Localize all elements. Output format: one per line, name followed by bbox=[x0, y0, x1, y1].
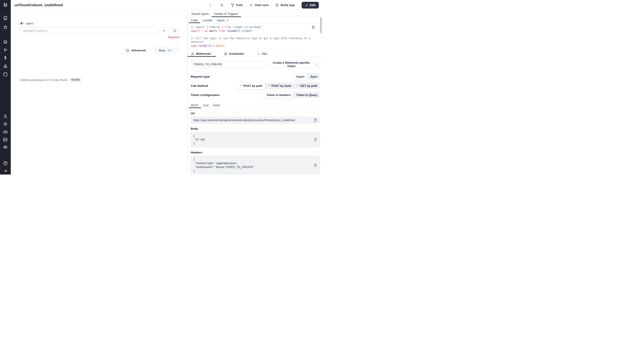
info-icon bbox=[226, 19, 229, 22]
tab-saved-inputs[interactable]: Saved inputs bbox=[189, 10, 212, 17]
url-section: Url https://app.windmill.dev/api/w/windm… bbox=[188, 112, 322, 124]
toggle-option-post-by-hash[interactable]: ↗POST by hash bbox=[265, 83, 294, 89]
call-method-label: Call method bbox=[191, 84, 208, 88]
add-resource-button[interactable] bbox=[159, 27, 168, 34]
variables-dollar-icon[interactable] bbox=[3, 55, 8, 60]
terminal-icon bbox=[257, 52, 260, 55]
arrow-up-right-icon: ↗ bbox=[240, 84, 242, 87]
more-menu-button[interactable] bbox=[208, 3, 213, 8]
call-method-toggle: ↗POST by path↗POST by hash↘GET by path bbox=[237, 83, 320, 89]
workspace-building-icon[interactable] bbox=[3, 16, 8, 21]
tab-schedules[interactable]: Schedules bbox=[221, 51, 249, 57]
tab-webhooks[interactable]: Webhooks bbox=[188, 51, 216, 57]
required-hint: Required bbox=[20, 36, 179, 39]
code-line bbox=[191, 33, 314, 37]
toggle-option-token-in-headers[interactable]: Token in Headers bbox=[264, 91, 294, 99]
subtab-lockfile[interactable]: Lockfile bbox=[200, 17, 214, 23]
layout-panels-icon bbox=[276, 3, 279, 7]
folders-icon[interactable] bbox=[3, 137, 8, 142]
token-configuration-label: Token configuration bbox=[191, 93, 220, 97]
version-hash-badge: f8d095 bbox=[69, 78, 82, 82]
code-line: import * as wmill from "windmill-client" bbox=[191, 29, 314, 33]
calendar-check-icon bbox=[224, 52, 228, 55]
settings-gear-icon[interactable] bbox=[3, 122, 8, 127]
tab-curl[interactable]: Curl bbox=[201, 102, 211, 108]
windmill-logo[interactable] bbox=[2, 2, 8, 8]
refresh-icon bbox=[173, 29, 176, 33]
edited-info: Edited yesterday at 17:14 by rfiszel bbox=[20, 78, 67, 82]
required-asterisk: * bbox=[23, 22, 24, 25]
tab-rest[interactable]: REST bbox=[189, 102, 201, 108]
workers-bot-icon[interactable] bbox=[3, 129, 8, 134]
arrow-down-right-icon: ↘ bbox=[296, 84, 299, 87]
page-title: u/rfiszel/robust_undefined bbox=[14, 3, 63, 8]
sidebar bbox=[0, 0, 11, 175]
panel-tabs: Saved inputs Details & Triggers bbox=[188, 10, 322, 17]
edit-button[interactable]: Edit bbox=[302, 2, 319, 9]
url-box: https://app.windmill.dev/api/w/windmill-… bbox=[191, 117, 320, 124]
tab-details-triggers[interactable]: Details & Triggers bbox=[212, 10, 241, 17]
headers-label: Headers bbox=[191, 151, 320, 154]
body-label: Body bbox=[191, 127, 320, 130]
schedules-calendar-icon[interactable] bbox=[3, 72, 8, 77]
plus-icon bbox=[162, 29, 166, 33]
home-icon[interactable] bbox=[3, 39, 8, 44]
argument-label: A * object bbox=[20, 22, 34, 25]
headers-section: Headers { "Content-Type": "application/j… bbox=[188, 151, 322, 175]
toggle-option-get-by-path[interactable]: ↘GET by path bbox=[294, 83, 320, 89]
topbar-actions: Fork View runs Build App Edit bbox=[208, 2, 319, 9]
user-icon[interactable] bbox=[3, 114, 8, 119]
code-subtabs: Code Lockfile Inputs bbox=[188, 17, 322, 23]
copy-url-button[interactable] bbox=[313, 118, 318, 122]
refresh-button[interactable] bbox=[170, 27, 179, 34]
advanced-button[interactable]: Advanced bbox=[126, 49, 146, 52]
resource-input[interactable] bbox=[20, 27, 157, 34]
view-runs-button[interactable]: View runs bbox=[250, 3, 269, 7]
build-app-button[interactable]: Build App bbox=[276, 3, 295, 7]
clipboard-icon bbox=[314, 138, 317, 141]
runs-play-icon[interactable] bbox=[3, 47, 8, 52]
code-line: // import { toWords } from "number-to-wo… bbox=[191, 25, 314, 29]
create-webhook-token-button[interactable]: Create a Webhook-specific Token bbox=[268, 61, 320, 68]
body-box: { "a": null } bbox=[191, 132, 320, 147]
token-configuration-toggle: Token in HeadersToken in Query bbox=[264, 92, 320, 98]
request-type-label: Request type bbox=[191, 75, 210, 78]
toggle-option-async[interactable]: Async bbox=[293, 73, 308, 80]
resources-cubes-icon[interactable] bbox=[3, 64, 8, 69]
copy-code-button[interactable] bbox=[311, 25, 315, 29]
copy-headers-button[interactable] bbox=[313, 163, 318, 168]
call-method-row: Call method ↗POST by path↗POST by hash↘G… bbox=[188, 83, 322, 89]
trigger-tabs: Webhooks Schedules CLI bbox=[188, 51, 322, 57]
details-panel: Saved inputs Details & Triggers Code Loc… bbox=[187, 10, 322, 175]
subtab-inputs[interactable]: Inputs bbox=[214, 17, 231, 23]
info-icon bbox=[315, 63, 318, 66]
run-button[interactable]: Run ⌘↵ bbox=[153, 47, 179, 54]
subtab-code[interactable]: Code bbox=[189, 17, 200, 23]
notifications-button[interactable] bbox=[219, 3, 224, 8]
headers-box: { "Content-Type": "application/json", "A… bbox=[191, 156, 320, 175]
git-fork-icon bbox=[231, 3, 234, 7]
panel-scrollbar-thumb[interactable] bbox=[320, 17, 322, 33]
toggle-option-sync[interactable]: Sync bbox=[308, 73, 320, 80]
sidebar-divider bbox=[0, 30, 11, 31]
audit-eye-icon[interactable] bbox=[3, 145, 8, 150]
code-line: // fill the type, or use the +Resource t… bbox=[191, 37, 314, 44]
help-circle-icon[interactable] bbox=[3, 161, 8, 166]
argument-name: A bbox=[20, 22, 22, 25]
script-run-form: A * object Required Advanced bbox=[11, 10, 188, 175]
expand-arrow-icon[interactable] bbox=[3, 168, 8, 173]
toggle-option-post-by-path[interactable]: ↗POST by path bbox=[237, 82, 265, 90]
tab-cli[interactable]: CLI bbox=[254, 51, 272, 57]
token-input[interactable] bbox=[191, 61, 265, 68]
body-json: { "a": null } bbox=[191, 132, 320, 147]
webhook-icon bbox=[191, 52, 194, 55]
toggle-option-token-in-query[interactable]: Token in Query bbox=[294, 92, 320, 98]
play-outline-icon bbox=[250, 3, 253, 7]
url-label: Url bbox=[191, 112, 320, 115]
run-row: Advanced Run ⌘↵ bbox=[20, 47, 179, 54]
favorites-star-icon[interactable] bbox=[3, 25, 8, 30]
fork-button[interactable]: Fork bbox=[231, 3, 242, 7]
tab-fetch[interactable]: Fetch bbox=[211, 102, 223, 108]
copy-body-button[interactable] bbox=[313, 138, 318, 142]
code-viewer: // import { toWords } from "number-to-wo… bbox=[188, 23, 322, 51]
